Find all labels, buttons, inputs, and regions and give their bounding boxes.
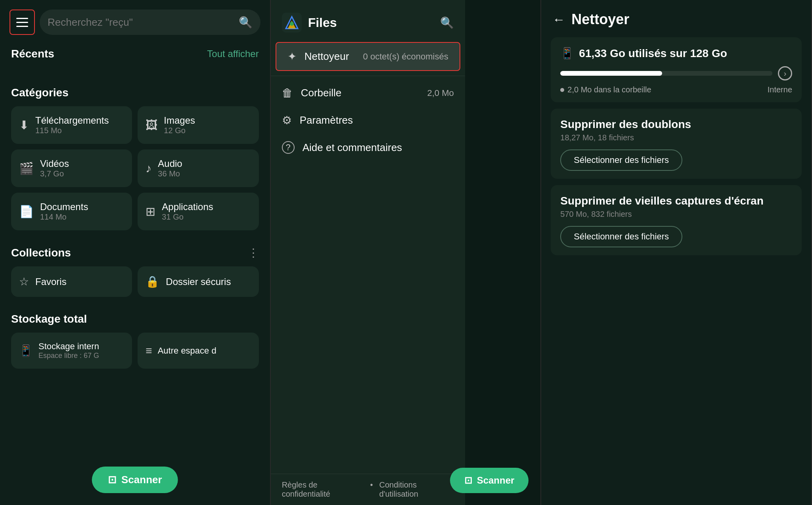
- drawer-label-corbeille: Corbeille: [301, 87, 419, 99]
- duplicates-title: Supprimer des doublons: [560, 118, 792, 131]
- collections-title: Collections: [11, 247, 71, 259]
- svg-point-3: [290, 22, 294, 26]
- recents-title: Récents: [11, 48, 54, 60]
- nettoyer-title: Nettoyer: [571, 11, 629, 28]
- scanner-icon: ⊡: [108, 474, 117, 486]
- cat-size-applications: 31 Go: [162, 212, 213, 222]
- storage-autre[interactable]: ≡ Autre espace d: [138, 333, 259, 369]
- category-documents[interactable]: 📄 Documents 114 Mo: [11, 193, 132, 230]
- images-icon: 🖼: [146, 119, 157, 132]
- cat-name-audio: Audio: [158, 158, 182, 169]
- nettoyer-header: ← Nettoyer: [541, 0, 811, 34]
- menu-button[interactable]: [10, 10, 35, 35]
- category-videos[interactable]: 🎬 Vidéos 3,7 Go: [11, 149, 132, 187]
- progress-circle-icon[interactable]: ›: [778, 66, 792, 80]
- storage-meta-text: 2,0 Mo dans la corbeille: [567, 85, 651, 94]
- phone-icon: 📱: [19, 344, 33, 357]
- storage-card-title: 📱 61,33 Go utilisés sur 128 Go: [560, 47, 792, 60]
- settings-icon: ⚙: [282, 114, 292, 127]
- drawer-label-aide: Aide et commentaires: [303, 142, 454, 154]
- trash-icon: 🗑: [282, 86, 293, 99]
- panel-files-main: 🔍 Récents Tout afficher Catégories ⬇ Tél…: [0, 0, 271, 505]
- drawer-divider: [271, 76, 465, 76]
- storage-progress-bar: [560, 71, 772, 76]
- cat-name-applications: Applications: [162, 201, 213, 212]
- stockage-header: Stockage total: [0, 306, 270, 329]
- progress-row: ›: [560, 66, 792, 80]
- files-logo: [282, 13, 302, 33]
- storage-interne-name: Stockage intern: [38, 341, 99, 352]
- recents-tout-afficher[interactable]: Tout afficher: [207, 48, 259, 59]
- download-icon: ⬇: [19, 118, 29, 132]
- cat-name-telechargements: Téléchargements: [35, 115, 109, 126]
- drawer-item-aide[interactable]: ? Aide et commentaires: [271, 134, 465, 161]
- collections-row: ☆ Favoris 🔒 Dossier sécuris: [0, 263, 270, 300]
- header-bar: 🔍: [0, 0, 270, 41]
- duplicates-card: Supprimer des doublons 18,27 Mo, 18 fich…: [551, 109, 802, 179]
- drawer-item-corbeille[interactable]: 🗑 Corbeille 2,0 Mo: [271, 79, 465, 107]
- drawer-item-nettoyeur[interactable]: ✦ Nettoyeur 0 octet(s) économisés: [276, 42, 460, 71]
- duplicates-select-button[interactable]: Sélectionner des fichiers: [560, 149, 682, 171]
- cat-name-videos: Vidéos: [40, 158, 69, 169]
- storage-interne-sub: Espace libre : 67 G: [38, 352, 99, 360]
- collection-favoris[interactable]: ☆ Favoris: [11, 266, 132, 297]
- cat-size-videos: 3,7 Go: [40, 169, 69, 178]
- search-input[interactable]: [48, 16, 235, 29]
- terms-link[interactable]: Conditions d'utilisation: [379, 480, 454, 499]
- screenshots-select-button[interactable]: Sélectionner des fichiers: [560, 226, 682, 247]
- videos-icon: 🎬: [19, 161, 34, 175]
- stockage-title: Stockage total: [11, 313, 87, 325]
- cat-name-documents: Documents: [40, 201, 88, 212]
- documents-icon: 📄: [19, 205, 34, 218]
- categories-grid: ⬇ Téléchargements 115 Mo 🖼 Images 12 Go …: [0, 103, 270, 233]
- drawer-item-parametres[interactable]: ⚙ Paramètres: [271, 107, 465, 134]
- screenshots-title: Supprimer de vieilles captures d'écran: [560, 195, 792, 207]
- drawer-menu: Files 🔍 ✦ Nettoyeur 0 octet(s) économisé…: [271, 0, 465, 505]
- cat-size-audio: 36 Mo: [158, 169, 182, 178]
- categories-header: Catégories: [0, 80, 270, 103]
- cat-size-documents: 114 Mo: [40, 212, 88, 222]
- drawer-header: Files 🔍: [271, 0, 465, 40]
- scanner-label: Scanner: [121, 474, 162, 486]
- privacy-policy-link[interactable]: Règles de confidentialité: [282, 480, 364, 499]
- storage-meta: 2,0 Mo dans la corbeille Interne: [560, 85, 792, 94]
- storage-dot-indicator: [560, 88, 564, 92]
- drawer-label-nettoyeur: Nettoyeur: [304, 50, 355, 63]
- category-applications[interactable]: ⊞ Applications 31 Go: [138, 193, 259, 230]
- panel-files-drawer: Files 🔍 ✦ Nettoyeur 0 octet(s) économisé…: [271, 0, 542, 505]
- drawer-label-parametres: Paramètres: [300, 114, 454, 126]
- storage-interne[interactable]: 📱 Stockage intern Espace libre : 67 G: [11, 333, 132, 369]
- scanner-icon-2: ⊡: [464, 475, 472, 486]
- search-bar[interactable]: 🔍: [40, 10, 260, 35]
- drawer-title: Files: [308, 15, 337, 30]
- screenshots-card: Supprimer de vieilles captures d'écran 5…: [551, 185, 802, 255]
- storage-autre-name: Autre espace d: [158, 346, 216, 356]
- category-audio[interactable]: ♪ Audio 36 Mo: [138, 149, 259, 187]
- duplicates-sub: 18,27 Mo, 18 fichiers: [560, 133, 792, 142]
- sdcard-icon: ≡: [146, 344, 152, 357]
- drawer-badge-corbeille: 2,0 Mo: [427, 88, 454, 98]
- collection-dossier-securise[interactable]: 🔒 Dossier sécuris: [138, 266, 259, 297]
- scanner-button[interactable]: ⊡ Scanner: [92, 467, 178, 493]
- cat-size-images: 12 Go: [164, 126, 195, 135]
- cat-size-telechargements: 115 Mo: [35, 126, 109, 135]
- collections-more-button[interactable]: ⋮: [248, 246, 259, 259]
- apps-icon: ⊞: [146, 205, 155, 218]
- drawer-badge-nettoyeur: 0 octet(s) économisés: [363, 52, 448, 62]
- drawer-search-icon[interactable]: 🔍: [440, 16, 454, 29]
- search-icon: 🔍: [239, 16, 253, 29]
- back-button[interactable]: ←: [552, 12, 565, 27]
- category-images[interactable]: 🖼 Images 12 Go: [138, 106, 259, 144]
- audio-icon: ♪: [146, 162, 151, 175]
- phone-storage-icon: 📱: [560, 47, 574, 60]
- scanner-label-2: Scanner: [477, 475, 515, 486]
- coll-name-dossier: Dossier sécuris: [166, 276, 231, 287]
- screenshots-sub: 570 Mo, 832 fichiers: [560, 210, 792, 219]
- sparkle-icon: ✦: [287, 50, 297, 63]
- scanner-button-2[interactable]: ⊡ Scanner: [450, 468, 529, 493]
- cat-name-images: Images: [164, 115, 195, 126]
- storage-progress-fill: [560, 71, 662, 76]
- storage-usage-card: 📱 61,33 Go utilisés sur 128 Go › 2,0 Mo …: [551, 37, 802, 102]
- category-telechargements[interactable]: ⬇ Téléchargements 115 Mo: [11, 106, 132, 144]
- storage-type-label: Interne: [768, 85, 792, 94]
